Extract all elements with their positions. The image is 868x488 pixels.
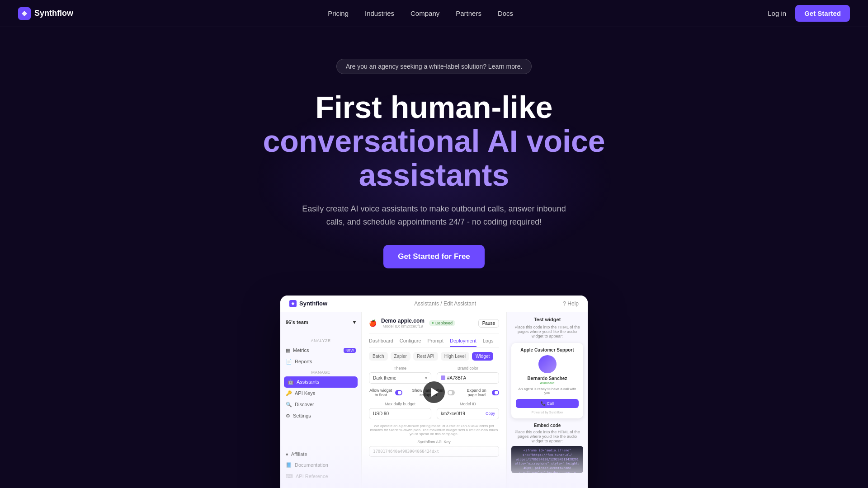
color-swatch xyxy=(441,375,445,380)
hero-title-line2: conversational AI voice assistants xyxy=(263,124,605,192)
hero-cta-button[interactable]: Get Started for Free xyxy=(383,245,485,268)
sidebar-item-affiliate[interactable]: ♦ Affiliate xyxy=(280,449,361,460)
nav-links: Pricing Industries Company Partners Docs xyxy=(328,9,513,18)
avatar xyxy=(538,355,557,373)
subtab-batch[interactable]: Batch xyxy=(369,352,388,361)
tab-prompt[interactable]: Prompt xyxy=(428,338,443,347)
expand-toggle[interactable]: Expand on page load xyxy=(464,388,499,397)
logo[interactable]: Synthflow xyxy=(18,7,73,20)
budget-model-row: Max daily budget USD 90 Model ID km2xce0… xyxy=(369,402,499,419)
affiliate-icon: ♦ xyxy=(286,451,288,457)
subtab-widget[interactable]: Widget xyxy=(472,352,493,361)
model-id-label: Model ID xyxy=(437,402,499,406)
dashboard-preview: Synthflow Assistants / Edit Assistant ? … xyxy=(280,296,588,488)
settings-icon: ⚙ xyxy=(286,413,290,419)
dash-subtabs: Batch Zapier Rest API High Level Widget xyxy=(369,352,499,361)
hero-title: First human-like conversational AI voice… xyxy=(231,90,637,192)
metrics-icon: ▦ xyxy=(286,347,290,353)
expand-toggle-switch[interactable] xyxy=(492,390,499,395)
hero-subtitle: Easily create AI voice assistants to mak… xyxy=(298,202,570,229)
subtab-high-level[interactable]: High Level xyxy=(441,352,469,361)
subtab-zapier[interactable]: Zapier xyxy=(391,352,410,361)
nav-docs[interactable]: Docs xyxy=(498,9,513,17)
login-link[interactable]: Log in xyxy=(768,9,786,17)
hero-section: Are you an agency seeking a white-label … xyxy=(0,0,868,488)
doc-icon: 📘 xyxy=(286,462,292,468)
model-id-input[interactable]: km2xce0f19 Copy xyxy=(437,408,499,419)
dash-logo-text: Synthflow xyxy=(299,300,327,307)
hero-title-line1: First human-like xyxy=(315,90,552,124)
api-keys-icon: 🔑 xyxy=(286,390,292,396)
sidebar-item-reports[interactable]: 📄 Reports xyxy=(280,356,361,367)
theme-label: Theme xyxy=(369,366,431,371)
sidebar-item-api-keys[interactable]: 🔑 API Keys xyxy=(280,388,361,399)
sidebar-item-settings[interactable]: ⚙ Settings xyxy=(280,410,361,422)
dash-help: ? Help xyxy=(563,300,579,307)
brand-color-input[interactable]: #A78BFA xyxy=(437,372,499,384)
model-id-field: Model ID km2xce0f19 Copy xyxy=(437,402,499,419)
powered-by: Powered by Synthflow xyxy=(516,411,579,414)
nav-partners[interactable]: Partners xyxy=(456,9,481,17)
right-panel-desc: Place this code into the HTML of the pag… xyxy=(511,325,583,338)
help-icon: ? xyxy=(563,300,566,307)
dash-sidebar: 96's team ▾ ANALYZE ▦ Metrics NEW 📄 Repo… xyxy=(280,312,362,488)
dash-logo: Synthflow xyxy=(289,300,327,307)
logo-text: Synthflow xyxy=(34,9,73,18)
chevron-down-icon: ▾ xyxy=(425,375,427,380)
play-button[interactable] xyxy=(423,381,445,403)
name-toggle-switch[interactable] xyxy=(448,390,455,395)
call-button[interactable]: 📞 Call xyxy=(516,399,579,408)
assistant-info: Demo apple.com Model ID: km2xce0f19 xyxy=(381,318,425,328)
float-toggle[interactable]: Allow widget to float xyxy=(369,388,402,397)
dash-right-panel: Test widget Place this code into the HTM… xyxy=(506,312,588,488)
dash-tabs: Dashboard Configure Prompt Deployment Lo… xyxy=(369,338,499,347)
agent-name: Bernardo Sanchez xyxy=(516,376,579,381)
agent-ready: An agent is ready to have a call with yo… xyxy=(516,387,579,395)
assistant-model: Model ID: km2xce0f19 xyxy=(381,324,425,328)
right-panel-title: Test widget xyxy=(511,317,583,322)
sidebar-item-metrics[interactable]: ▦ Metrics NEW xyxy=(280,345,361,356)
subtab-rest-api[interactable]: Rest API xyxy=(413,352,438,361)
nav-company[interactable]: Company xyxy=(410,9,439,17)
reports-icon: 📄 xyxy=(286,359,292,365)
assistants-icon: 🤖 xyxy=(288,379,294,385)
api-key-field: Synthflow API Key 1700174640e49039048684… xyxy=(369,440,499,457)
dash-team[interactable]: 96's team ▾ xyxy=(280,319,361,331)
sidebar-item-api-reference[interactable]: ⌨ API Reference xyxy=(280,471,361,482)
nav-right: Log in Get Started xyxy=(768,5,850,22)
copy-button[interactable]: Copy xyxy=(486,411,495,416)
api-ref-icon: ⌨ xyxy=(286,474,293,479)
navbar: Synthflow Pricing Industries Company Par… xyxy=(0,0,868,27)
widget-preview: Apple Customer Support Bernardo Sanchez … xyxy=(511,343,583,418)
assistant-name: Demo apple.com xyxy=(381,318,425,324)
embed-code: <iframe id="audio.iframe" src="https://f… xyxy=(511,446,583,473)
tab-logs[interactable]: Logs xyxy=(483,338,494,347)
budget-input[interactable]: USD 90 xyxy=(369,408,431,419)
nav-pricing[interactable]: Pricing xyxy=(328,9,349,17)
nav-industries[interactable]: Industries xyxy=(365,9,394,17)
budget-note: We operate on a per-minute pricing model… xyxy=(369,424,499,436)
brand-color-label: Brand color xyxy=(437,366,499,371)
discover-icon: 🔍 xyxy=(286,402,292,408)
nav-get-started-button[interactable]: Get Started xyxy=(795,5,850,22)
budget-field: Max daily budget USD 90 xyxy=(369,402,431,419)
sidebar-item-assistants[interactable]: 🤖 Assistants xyxy=(284,376,358,388)
budget-label: Max daily budget xyxy=(369,402,431,406)
tab-configure[interactable]: Configure xyxy=(400,338,421,347)
sidebar-item-discover[interactable]: 🔍 Discover xyxy=(280,399,361,410)
sidebar-item-documentation[interactable]: 📘 Documentation xyxy=(280,460,361,471)
embed-title: Embed code xyxy=(511,423,583,428)
brand-color-field: Brand color #A78BFA xyxy=(437,366,499,384)
tab-dashboard[interactable]: Dashboard xyxy=(369,338,393,347)
assistant-header: 🍎 Demo apple.com Model ID: km2xce0f19 De… xyxy=(369,318,499,333)
float-toggle-switch[interactable] xyxy=(395,390,402,395)
api-key-input[interactable]: 1700174640e4903904868424dxt xyxy=(369,446,499,457)
chevron-down-icon: ▾ xyxy=(353,319,356,325)
hero-banner[interactable]: Are you an agency seeking a white-label … xyxy=(336,59,532,74)
embed-desc: Place this code into the HTML of the pag… xyxy=(511,430,583,443)
pause-button[interactable]: Pause xyxy=(478,319,499,328)
apple-icon: 🍎 xyxy=(369,319,377,327)
theme-input[interactable]: Dark theme ▾ xyxy=(369,372,431,384)
widget-name: Apple Customer Support xyxy=(516,347,579,352)
tab-deployment[interactable]: Deployment xyxy=(450,338,476,347)
